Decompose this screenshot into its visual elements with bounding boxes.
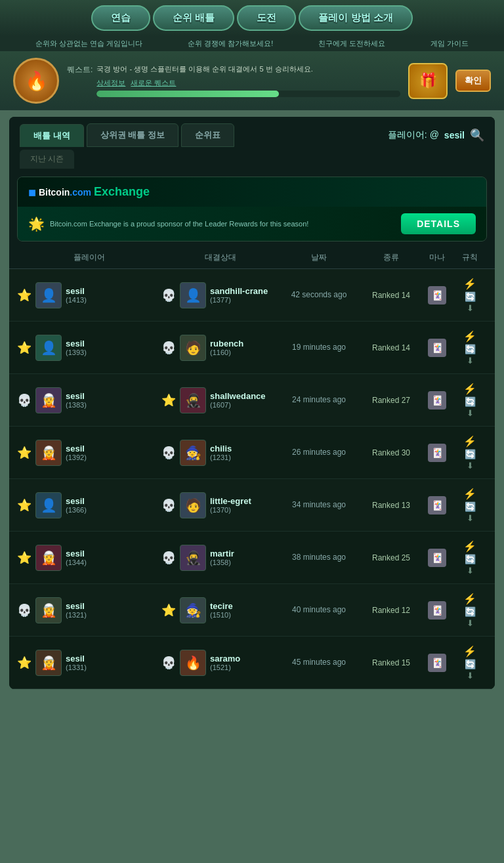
player-rating: (1392): [66, 453, 87, 461]
player-rating: (1321): [66, 611, 87, 619]
rule-icon-1: ⚡: [463, 488, 476, 500]
ad-bottom: 🌟 Bitcoin.com Exchange is a proud sponso…: [18, 207, 486, 241]
quest-confirm-button[interactable]: 확인: [455, 70, 491, 92]
quest-new-link[interactable]: 새로운 퀘스트: [131, 78, 176, 88]
win-icon: ⭐: [17, 656, 32, 670]
main-panel: 배틀 내역 상위권 배틀 정보 순위표 플레이어: @sesil 🔍 지난 시즌…: [9, 117, 495, 689]
card-icon: 🃏: [428, 549, 446, 567]
battle-row[interactable]: ⭐ 🧝 sesil (1344) 💀 🥷 martir (1358) 38 mi…: [9, 532, 495, 584]
rule-icon-1: ⚡: [463, 330, 476, 343]
rule-icon-3: ⬇: [467, 408, 474, 418]
win-icon: ⭐: [17, 498, 32, 513]
battle-date: 40 minutes ago: [280, 604, 358, 616]
rule-icon-2: 🔄: [465, 659, 476, 669]
battle-row[interactable]: 💀 🧝 sesil (1321) ⭐ 🧙 tecire (1510) 40 mi…: [9, 584, 495, 637]
opponent-loss-icon: 💀: [161, 498, 176, 513]
win-icon: ⭐: [17, 446, 32, 460]
rule-icon-3: ⬇: [467, 566, 474, 576]
player-info: 플레이어: @sesil 🔍: [388, 128, 484, 142]
mana-cell: 🃏: [424, 549, 450, 567]
opponent-cell: 💀 🧙 chilis (1231): [161, 440, 280, 466]
battle-type: Ranked 15: [358, 658, 424, 667]
rules-cell: ⚡ 🔄 ⬇: [450, 435, 490, 471]
battle-row[interactable]: ⭐ 🧝 sesil (1331) 💀 🔥 saramo (1521) 45 mi…: [9, 637, 495, 689]
battle-type: Ranked 14: [358, 291, 424, 300]
player-name-rating: sesil (1392): [66, 444, 87, 461]
player-name-rating: sesil (1393): [66, 339, 87, 356]
opponent-name-rating: martir (1358): [210, 549, 234, 566]
battle-row[interactable]: ⭐ 🧝 sesil (1392) 💀 🧙 chilis (1231) 26 mi…: [9, 427, 495, 479]
tab-leaderboard[interactable]: 순위표: [181, 123, 234, 147]
player-name: sesil: [66, 286, 87, 296]
battle-row[interactable]: ⭐ 👤 sesil (1366) 💀 🧑 little-egret (1370)…: [9, 479, 495, 532]
player-avatar: 🧝: [35, 597, 62, 623]
nav-howto[interactable]: 플레이 방법 소개: [299, 5, 412, 31]
search-button[interactable]: 🔍: [470, 128, 484, 142]
opponent-name-rating: saramo (1521): [210, 654, 240, 671]
battle-date: 38 minutes ago: [280, 552, 358, 563]
battle-row[interactable]: ⭐ 👤 sesil (1393) 💀 🧑 rubench (1160) 19 m…: [9, 322, 495, 374]
player-rating: (1366): [66, 506, 87, 514]
tabs-row: 배틀 내역 상위권 배틀 정보 순위표 플레이어: @sesil 🔍: [9, 117, 495, 147]
loss-icon: 💀: [17, 603, 32, 618]
col-opponent: 대결상대: [161, 252, 280, 263]
opponent-rating: (1370): [210, 506, 251, 514]
quest-detail-link[interactable]: 상세정보: [96, 78, 125, 88]
rule-icon-2: 🔄: [465, 501, 476, 512]
battle-row[interactable]: 💀 🧝 sesil (1383) ⭐ 🥷 shallwedance (1607)…: [9, 374, 495, 427]
battle-date: 45 minutes ago: [280, 657, 358, 668]
ad-banner: ◼ Bitcoin.com Exchange 🌟 Bitcoin.com Exc…: [17, 177, 487, 242]
opponent-avatar: 🥷: [180, 545, 206, 571]
player-avatar: 🧝: [35, 650, 62, 676]
opponent-avatar: 🥷: [180, 387, 206, 413]
rule-icon-2: 🔄: [465, 606, 476, 617]
tab-top-battles[interactable]: 상위권 배틀 정보: [87, 123, 178, 147]
card-icon: 🃏: [428, 391, 446, 410]
opponent-loss-icon: 💀: [161, 288, 176, 303]
opponent-name: little-egret: [210, 496, 251, 506]
nav-ranked[interactable]: 순위 배틀: [153, 5, 234, 31]
battle-row[interactable]: ⭐ 👤 sesil (1413) 💀 👤 sandhill-crane (137…: [9, 269, 495, 322]
opponent-avatar: 🧙: [180, 440, 206, 466]
nav-practice[interactable]: 연습: [91, 5, 150, 31]
opponent-name-rating: shallwedance (1607): [210, 391, 266, 409]
opponent-rating: (1358): [210, 558, 234, 566]
player-name-rating: sesil (1413): [66, 286, 87, 304]
player-avatar: 👤: [35, 492, 62, 518]
battle-date: 26 minutes ago: [280, 447, 358, 458]
battle-type: Ranked 30: [358, 448, 424, 457]
opponent-avatar: 🧙: [180, 597, 206, 623]
card-icon: 🃏: [428, 339, 446, 357]
player-name: sesil: [66, 444, 87, 453]
opponent-cell: 💀 👤 sandhill-crane (1377): [161, 282, 280, 308]
player-avatar: 🧝: [35, 545, 62, 571]
rule-icon-2: 🔄: [465, 291, 476, 302]
rule-icon-3: ⬇: [467, 461, 474, 471]
rule-icon-2: 🔄: [465, 344, 476, 354]
battle-date: 19 minutes ago: [280, 342, 358, 353]
subnav-guide: 게임 가이드: [430, 39, 469, 49]
tab-last-season[interactable]: 지난 시즌: [20, 150, 74, 169]
battle-date: 24 minutes ago: [280, 394, 358, 406]
tab-battle-history[interactable]: 배틀 내역: [20, 124, 84, 147]
opponent-avatar: 🧑: [180, 492, 206, 518]
opponent-rating: (1377): [210, 296, 268, 304]
battle-type: Ranked 25: [358, 553, 424, 562]
player-rating: (1413): [66, 296, 87, 304]
rule-icon-2: 🔄: [465, 554, 476, 564]
player-cell: ⭐ 🧝 sesil (1344): [17, 545, 161, 571]
opponent-cell: 💀 🧑 little-egret (1370): [161, 492, 280, 518]
tabs-row-2: 지난 시즌: [9, 147, 495, 171]
ad-details-button[interactable]: DETAILS: [401, 213, 476, 234]
player-name: sesil: [66, 549, 87, 558]
player-cell: ⭐ 🧝 sesil (1331): [17, 650, 161, 676]
col-type: 종류: [358, 252, 424, 263]
rule-icon-1: ⚡: [463, 383, 476, 395]
opponent-name: saramo: [210, 654, 240, 663]
opponent-name-rating: rubench (1160): [210, 339, 243, 356]
nav-challenge[interactable]: 도전: [237, 5, 296, 31]
opponent-rating: (1510): [210, 611, 233, 619]
subnav-ranked: 순위 경쟁에 참가해보세요!: [188, 39, 273, 49]
mana-cell: 🃏: [424, 496, 450, 515]
top-nav: 연습 순위 배틀 도전 플레이 방법 소개: [0, 0, 504, 36]
